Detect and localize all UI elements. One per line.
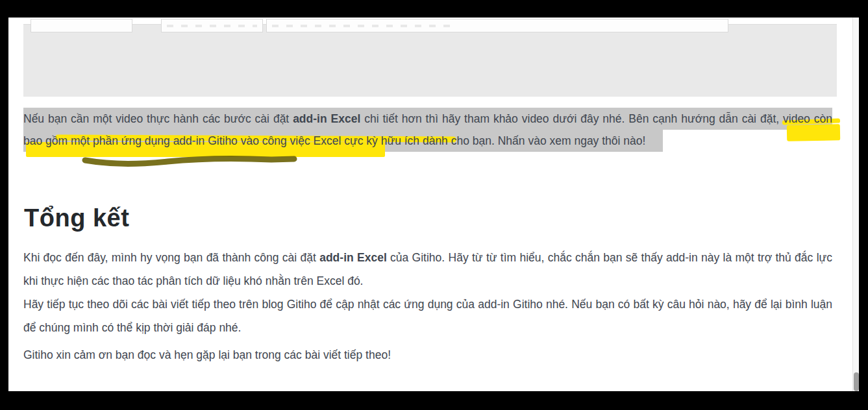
text-segment: add-in Excel <box>319 251 387 264</box>
text-segment: Nếu bạn cần một video thực hành các bước… <box>23 112 293 125</box>
image-fragment-box <box>31 19 132 32</box>
image-text-smudge <box>272 25 455 27</box>
selected-paragraph: Nếu bạn cần một video thực hành các bước… <box>23 108 832 152</box>
image-text-smudge <box>167 25 257 27</box>
section-heading: Tổng kết <box>24 202 129 234</box>
highlighter-swoosh-dark <box>80 155 301 168</box>
text-segment: Gitiho xin cảm ơn bạn đọc và hẹn gặp lại… <box>23 348 391 361</box>
paragraph: Hãy tiếp tục theo dõi các bài viết tiếp … <box>23 293 832 339</box>
image-fragment-box <box>266 19 728 32</box>
paragraph: Gitiho xin cảm ơn bạn đọc và hẹn gặp lại… <box>23 343 832 367</box>
image-fragment-box <box>161 19 263 32</box>
text-segment: Hãy tiếp tục theo dõi các bài viết tiếp … <box>23 298 832 334</box>
text-segment: Khi đọc đến đây, mình hy vọng bạn đã thà… <box>23 251 319 264</box>
screen: { "theme": { "frame_color": "#000000", "… <box>0 0 868 410</box>
paragraph: Khi đọc đến đây, mình hy vọng bạn đã thà… <box>23 246 832 293</box>
scrollbar-track[interactable] <box>852 18 859 391</box>
browser-page: Nếu bạn cần một video thực hành các bước… <box>8 18 852 391</box>
text-segment: add-in Excel <box>293 112 360 125</box>
scrollbar-thumb[interactable] <box>854 372 859 391</box>
article-image-cropped <box>23 24 837 97</box>
